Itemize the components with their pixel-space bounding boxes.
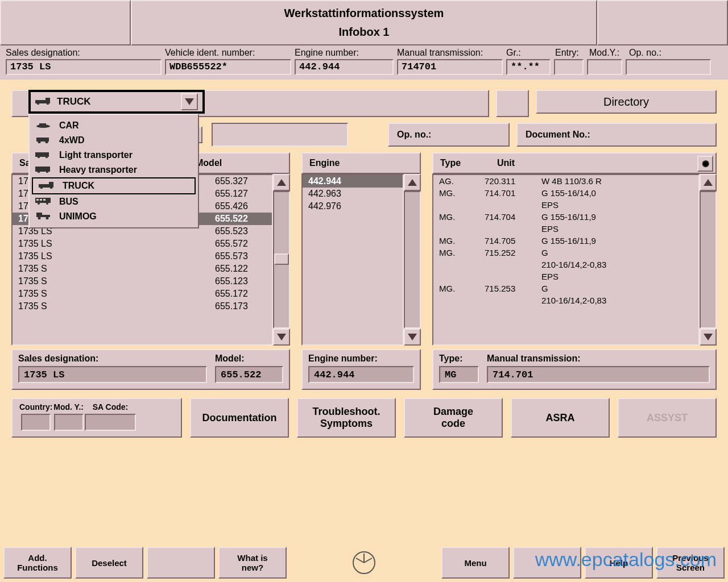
docno-box[interactable]: Document No.: [516, 123, 717, 147]
list-item[interactable]: 1735 LS655.572 [13, 238, 272, 250]
input-entry[interactable] [554, 59, 584, 75]
list-item[interactable]: 1735 S655.122 [13, 263, 272, 275]
label-mody: Mod.Y.: [589, 48, 629, 58]
country-box: Country: Mod. Y.: SA Code: [11, 398, 182, 438]
asra-button[interactable]: ASRA [511, 398, 610, 438]
list-item[interactable]: EPS [433, 199, 698, 211]
svg-point-24 [46, 202, 48, 205]
jeep-icon [35, 135, 51, 146]
sel-model-value[interactable]: 655.522 [215, 366, 283, 383]
vehicle-type-list: CAR 4xWD Light transporter Heavy transpo… [28, 114, 199, 228]
col-unit: Unit [497, 158, 515, 168]
bus-icon [35, 197, 51, 207]
list-item[interactable]: MG.714.704G 155-16/11,9 [433, 211, 698, 223]
sel-trans-label: Manual transmission: [487, 354, 710, 364]
list-item[interactable]: 210-16/14,2-0,83 [433, 259, 698, 271]
scroll-up-icon[interactable] [700, 174, 717, 191]
documentation-button[interactable]: Documentation [190, 398, 289, 438]
input-sales[interactable]: 1735 LS [6, 59, 162, 75]
dd-item-4wd[interactable]: 4xWD [30, 133, 198, 148]
list-item[interactable]: 442.963 [303, 188, 403, 200]
vehicle-type-dropdown[interactable]: TRUCK [28, 90, 205, 114]
sacode-input[interactable] [85, 414, 136, 431]
directory-button[interactable]: Directory [536, 90, 717, 114]
sel-sales-label: Sales designation: [18, 354, 207, 364]
label-opno: Op. no.: [629, 48, 661, 58]
sel-trans-value[interactable]: 714.701 [487, 366, 710, 383]
sel-model-label: Model: [215, 354, 283, 364]
input-trans[interactable]: 714701 [397, 59, 503, 75]
sel-type-value[interactable]: MG [439, 366, 479, 383]
sel-sales-value[interactable]: 1735 LS [18, 366, 207, 383]
list-item[interactable]: 1735 S655.172 [13, 288, 272, 300]
dd-item-unimog[interactable]: UNIMOG [30, 209, 198, 224]
scrollbar-track[interactable] [273, 191, 290, 329]
troubleshoot-button[interactable]: Troubleshoot.Symptoms [297, 398, 396, 438]
input-gr[interactable]: **.** [506, 59, 551, 75]
deselect-button[interactable]: Deselect [75, 547, 143, 579]
header-fields: Sales designation: Vehicle ident. number… [0, 45, 728, 80]
dd-item-heavy[interactable]: Heavy transporter [30, 163, 198, 177]
list-item[interactable]: MG.714.701G 155-16/14,0 [433, 187, 698, 199]
blank-button-2[interactable] [513, 547, 581, 579]
spacer-btn[interactable] [496, 90, 529, 117]
blank-button-1[interactable] [147, 547, 215, 579]
svg-rect-16 [49, 182, 53, 188]
svg-point-23 [38, 202, 40, 205]
input-opno[interactable] [626, 59, 711, 75]
opno-box[interactable]: Op. no.: [388, 123, 510, 147]
scrollbar-track[interactable] [404, 191, 421, 329]
field-unknown[interactable] [212, 123, 348, 147]
scroll-down-icon[interactable] [404, 329, 421, 346]
previous-screen-button[interactable]: PreviousScreen [656, 547, 725, 579]
help-button[interactable]: Help [585, 547, 653, 579]
truck-icon [39, 181, 55, 191]
input-mody[interactable] [587, 59, 622, 75]
dd-item-car[interactable]: CAR [30, 118, 198, 133]
svg-rect-9 [35, 152, 49, 157]
input-engine[interactable]: 442.944 [295, 59, 394, 75]
list-item[interactable]: EPS [433, 271, 698, 282]
svg-point-28 [46, 217, 49, 220]
list-item[interactable]: 1735 LS655.573 [13, 250, 272, 263]
list-item[interactable]: EPS [433, 223, 698, 235]
scrollbar-thumb[interactable] [274, 253, 289, 265]
country-input[interactable] [21, 414, 51, 431]
damage-code-button[interactable]: Damagecode [404, 398, 503, 438]
list-item[interactable]: MG.715.252G [433, 247, 698, 259]
menu-button[interactable]: Menu [441, 547, 510, 579]
list-item[interactable]: 210-16/14,2-0,83 [433, 294, 698, 306]
scroll-down-icon[interactable] [700, 329, 717, 346]
top-tab-left[interactable] [0, 0, 131, 45]
input-vin[interactable]: WDB655522* [165, 59, 291, 75]
list-item[interactable]: 442.944 [303, 175, 403, 188]
whats-new-button[interactable]: What isnew? [218, 547, 287, 579]
list-item[interactable]: 442.976 [303, 200, 403, 213]
scroll-up-icon[interactable] [404, 174, 421, 191]
list-item[interactable]: MG.715.253G [433, 282, 698, 294]
list-item[interactable]: MG.714.705G 155-16/11,9 [433, 235, 698, 247]
type-list[interactable]: AG.720.311W 4B 110/3.6 RMG.714.701G 155-… [432, 174, 700, 346]
top-tab-right[interactable] [597, 0, 728, 45]
heavy-van-icon [35, 165, 51, 175]
car-icon [35, 120, 51, 131]
gear-icon[interactable]: ✺ [697, 156, 713, 172]
sel-engine-value[interactable]: 442.944 [308, 366, 414, 383]
dd-item-bus[interactable]: BUS [30, 194, 198, 209]
list-item[interactable]: 1735 S655.173 [13, 300, 272, 313]
chevron-down-icon[interactable] [181, 93, 198, 110]
dd-item-light[interactable]: Light transporter [30, 148, 198, 163]
scroll-up-icon[interactable] [273, 174, 290, 191]
scrollbar-track[interactable] [700, 191, 717, 329]
engine-list[interactable]: 442.944442.963442.976 [301, 174, 404, 346]
mody-input[interactable] [54, 414, 84, 431]
list-item[interactable]: 1735 S655.123 [13, 275, 272, 288]
add-functions-button[interactable]: Add.Functions [3, 547, 72, 579]
scroll-down-icon[interactable] [273, 329, 290, 346]
svg-rect-12 [35, 167, 50, 172]
dd-item-truck[interactable]: TRUCK [32, 177, 196, 194]
list-item[interactable]: AG.720.311W 4B 110/3.6 R [433, 175, 698, 187]
sel-type-label: Type: [439, 354, 479, 364]
type-panel-header: Type Unit ✺ [432, 152, 717, 174]
label-trans: Manual transmission: [397, 48, 506, 58]
